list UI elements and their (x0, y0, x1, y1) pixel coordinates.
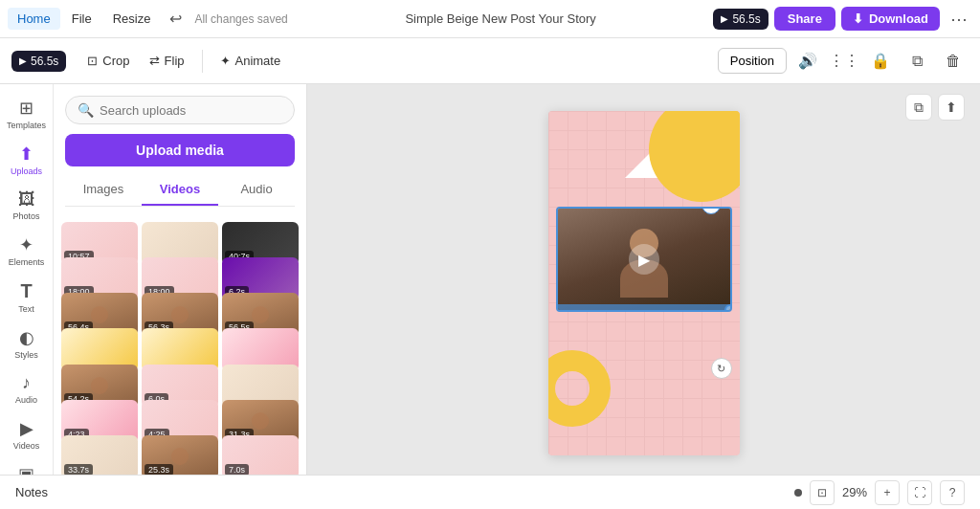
trash-button[interactable]: 🗑 (938, 46, 969, 77)
thumb-duration-18: 33.7s (64, 464, 93, 475)
animate-icon: ✦ (220, 54, 231, 68)
canvas-top-tools: ⧉ ⬆ (905, 94, 965, 121)
media-tabs: Images Videos Audio (65, 174, 295, 207)
sidebar-item-styles[interactable]: ◐ Styles (3, 321, 51, 365)
photos-label: Photos (12, 211, 39, 221)
canvas-page-1[interactable]: ▶ ↻ ↻ (548, 111, 740, 455)
videos-label: Videos (13, 441, 39, 451)
toolbar-right: Position 🔊 ⋮⋮ 🔒 ⧉ 🗑 (718, 46, 969, 77)
play-icon: ▶ (721, 13, 728, 24)
nav-left: Home File Resize ↩ All changes saved (8, 6, 288, 33)
fit-page-button[interactable]: ⊡ (810, 480, 835, 505)
upload-media-button[interactable]: Upload media (65, 134, 295, 166)
media-thumb-20[interactable]: 7.0s (222, 435, 299, 475)
video-progress-bar (558, 304, 730, 310)
grid-view-button[interactable]: ⋮⋮ (829, 46, 859, 77)
document-title: Simple Beige New Post Your Story (405, 11, 595, 26)
help-button[interactable]: ? (940, 480, 965, 505)
position-button[interactable]: Position (718, 48, 787, 74)
canvas-pages-container: ▶ ↻ ↻ + Add page (548, 103, 740, 475)
styles-label: Styles (14, 350, 38, 360)
text-label: Text (18, 304, 34, 314)
media-grid: 10:5740:7s18:0018:006.2s56.4s56.3s56.5s5… (54, 214, 306, 475)
zoom-in-button[interactable]: + (875, 480, 900, 505)
duplicate-button[interactable]: ⧉ (902, 46, 932, 77)
media-thumb-19[interactable]: 25.3s (142, 435, 218, 475)
crop-icon: ⊡ (87, 54, 98, 68)
elements-label: Elements (9, 257, 45, 267)
sidebar-item-photos[interactable]: 🖼 Photos (3, 184, 51, 227)
text-icon: T (20, 280, 32, 302)
upload-panel: 🔍 Upload media Images Videos Audio 10:57… (54, 84, 307, 475)
background-icon: ▣ (18, 464, 34, 475)
audio-icon: ♪ (22, 373, 31, 393)
animate-label: Animate (235, 54, 281, 68)
upload-panel-header: 🔍 Upload media Images Videos Audio (54, 84, 306, 214)
canvas-duplicate-button[interactable]: ⧉ (905, 94, 932, 121)
toolbar-play-icon: ▶ (19, 55, 27, 66)
tab-videos[interactable]: Videos (142, 174, 218, 206)
toolbar-duration-value: 56.5s (31, 55, 58, 68)
flip-button[interactable]: ⇄ Flip (140, 48, 194, 74)
toolbar-separator (202, 50, 203, 73)
tab-images[interactable]: Images (65, 174, 142, 206)
tab-audio[interactable]: Audio (218, 174, 295, 206)
sidebar-item-audio[interactable]: ♪ Audio (3, 367, 51, 410)
elements-icon: ✦ (19, 234, 33, 255)
search-icon: 🔍 (78, 102, 94, 118)
nav-resize-button[interactable]: Resize (103, 8, 161, 30)
scrub-handle[interactable]: ↻ (711, 358, 732, 379)
templates-label: Templates (7, 121, 46, 130)
toolbar-duration-badge[interactable]: ▶ 56.5s (11, 51, 66, 72)
saved-status: All changes saved (194, 12, 287, 26)
sidebar-item-templates[interactable]: ⊞ Templates (3, 92, 51, 136)
sidebar-item-uploads[interactable]: ⬆ Uploads (3, 138, 51, 182)
bottom-bar: Notes ⊡ 29% + ⛶ ? (0, 475, 980, 509)
thumb-duration-20: 7.0s (225, 464, 249, 475)
main-layout: ⊞ Templates ⬆ Uploads 🖼 Photos ✦ Element… (0, 84, 980, 475)
search-box: 🔍 (65, 96, 295, 124)
animate-button[interactable]: ✦ Animate (211, 48, 291, 74)
templates-icon: ⊞ (19, 98, 33, 119)
photos-icon: 🖼 (18, 189, 35, 210)
title-center: Simple Beige New Post Your Story (292, 11, 710, 26)
canvas-video-inner: ▶ (558, 209, 730, 310)
flip-label: Flip (165, 54, 185, 68)
canvas-scroll-area[interactable]: ▶ ↻ ↻ + Add page (307, 84, 980, 475)
canvas-export-button[interactable]: ⬆ (938, 94, 965, 121)
media-thumb-18[interactable]: 33.7s (61, 435, 138, 475)
uploads-icon: ⬆ (19, 144, 33, 165)
download-label: Download (869, 11, 928, 26)
bottom-right: ⊡ 29% + ⛶ ? (794, 480, 965, 505)
play-button-overlay[interactable]: ▶ (629, 244, 659, 275)
styles-icon: ◐ (19, 327, 34, 348)
top-bar: Home File Resize ↩ All changes saved Sim… (0, 0, 980, 38)
video-preview: ▶ (558, 209, 730, 310)
download-button[interactable]: ⬇ Download (841, 7, 940, 31)
duration-badge[interactable]: ▶ 56.5s (713, 9, 768, 30)
lock-button[interactable]: 🔒 (865, 46, 896, 77)
toolbar: ▶ 56.5s ⊡ Crop ⇄ Flip ✦ Animate Position… (0, 38, 980, 84)
uploads-label: Uploads (11, 166, 42, 176)
duration-value: 56.5s (732, 12, 760, 26)
download-icon: ⬇ (853, 11, 863, 26)
audio-label: Audio (15, 395, 37, 405)
crop-label: Crop (102, 54, 129, 68)
crop-button[interactable]: ⊡ Crop (78, 48, 139, 74)
videos-icon: ▶ (20, 418, 33, 439)
undo-button[interactable]: ↩ (162, 6, 189, 33)
nav-file-button[interactable]: File (62, 8, 101, 30)
fullscreen-button[interactable]: ⛶ (907, 480, 932, 505)
search-input[interactable] (100, 103, 282, 118)
nav-home-button[interactable]: Home (8, 8, 60, 30)
volume-button[interactable]: 🔊 (792, 46, 823, 77)
share-button[interactable]: Share (774, 7, 835, 31)
sidebar-item-videos[interactable]: ▶ Videos (3, 412, 51, 456)
sidebar-item-text[interactable]: T Text (3, 275, 51, 320)
more-options-button[interactable]: ⋯ (946, 6, 972, 33)
canvas-area: ⧉ ⬆ (307, 84, 980, 475)
thumb-duration-19: 25.3s (145, 464, 173, 475)
canvas-video-element[interactable]: ▶ ↻ (556, 207, 732, 312)
sidebar-item-elements[interactable]: ✦ Elements (3, 229, 51, 273)
sidebar-item-background[interactable]: ▣ Background (3, 458, 51, 475)
